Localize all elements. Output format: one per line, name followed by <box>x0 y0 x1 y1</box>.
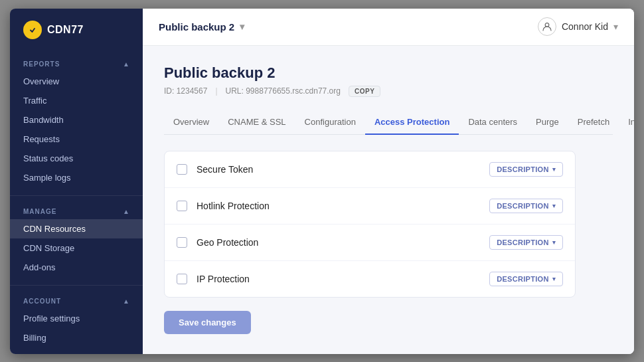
geo-description-button[interactable]: DESCRIPTION ▾ <box>489 235 563 250</box>
addons-label: Add-ons <box>23 262 55 272</box>
sidebar-item-status-codes[interactable]: Status codes <box>10 149 143 168</box>
cdn-storage-label: CDN Storage <box>23 243 74 253</box>
account-chevron-icon: ▲ <box>123 298 129 305</box>
user-name: Connor Kid <box>562 21 608 32</box>
reports-section-header[interactable]: Reports ▲ <box>10 60 143 72</box>
hotlink-description-button[interactable]: DESCRIPTION ▾ <box>489 199 563 213</box>
ip-protection-name: IP Protection <box>197 274 489 284</box>
logo-icon <box>23 21 42 39</box>
bandwidth-label: Bandwidth <box>23 115 64 125</box>
sidebar-item-cdn-storage[interactable]: CDN Storage <box>10 238 143 258</box>
sample-logs-label: Sample logs <box>23 173 71 183</box>
secure-token-description-button[interactable]: DESCRIPTION ▾ <box>489 162 563 177</box>
sidebar-item-bandwidth[interactable]: Bandwidth <box>10 110 143 130</box>
desc-chevron-icon-2: ▾ <box>552 203 556 209</box>
sidebar-logo[interactable]: CDN77 <box>10 9 143 51</box>
traffic-label: Traffic <box>23 96 46 106</box>
manage-section: Manage ▲ CDN Resources CDN Storage Add-o… <box>10 199 143 282</box>
requests-label: Requests <box>23 134 60 144</box>
manage-section-title: Manage <box>23 208 56 215</box>
sidebar-item-traffic[interactable]: Traffic <box>10 91 143 110</box>
sidebar-divider-2 <box>10 285 143 286</box>
desc-chevron-icon-3: ▾ <box>552 239 556 246</box>
resource-url: URL: 9988776655.rsc.cdn77.org <box>226 86 341 96</box>
page-title: Public backup 2 <box>164 64 613 82</box>
page-content: Public backup 2 ID: 1234567 | URL: 99887… <box>143 46 634 354</box>
desc-chevron-icon-1: ▾ <box>552 166 556 173</box>
meta-separator-1: | <box>215 86 217 96</box>
secure-token-name: Secure Token <box>197 164 489 175</box>
tab-data-centers[interactable]: Data centers <box>459 110 526 135</box>
sidebar-item-profile-settings[interactable]: Profile settings <box>10 309 143 328</box>
topbar-resource-selector[interactable]: Public backup 2 ▾ <box>159 21 244 33</box>
resource-meta: ID: 1234567 | URL: 9988776655.rsc.cdn77.… <box>164 86 613 97</box>
sidebar-item-requests[interactable]: Requests <box>10 130 143 149</box>
sidebar: CDN77 Reports ▲ Overview Traffic Bandwid… <box>10 9 143 354</box>
protection-row-geo: Geo Protection DESCRIPTION ▾ <box>165 225 575 261</box>
sidebar-item-sample-logs[interactable]: Sample logs <box>10 168 143 187</box>
logo-text: CDN77 <box>47 24 84 36</box>
protection-row-hotlink: Hotlink Protection DESCRIPTION ▾ <box>165 188 575 225</box>
tab-configuration[interactable]: Configuration <box>295 110 365 135</box>
page-tabs: Overview CNAME & SSL Configuration Acces… <box>164 110 613 135</box>
account-section-title: Account <box>23 298 61 305</box>
tab-prefetch[interactable]: Prefetch <box>568 110 619 135</box>
reports-chevron-icon: ▲ <box>123 60 129 68</box>
topbar-resource-name: Public backup 2 <box>159 21 234 33</box>
desc-chevron-icon-4: ▾ <box>552 276 556 282</box>
sidebar-item-overview[interactable]: Overview <box>10 72 143 91</box>
main-content: Public backup 2 ▾ Connor Kid ▾ Publ <box>143 9 634 354</box>
resource-id: ID: 1234567 <box>164 86 207 96</box>
reports-section-title: Reports <box>23 60 60 68</box>
logout-label: Log out <box>23 352 52 354</box>
manage-chevron-icon: ▲ <box>123 208 129 215</box>
protection-row-secure-token: Secure Token DESCRIPTION ▾ <box>165 151 575 188</box>
sidebar-item-addons[interactable]: Add-ons <box>10 258 143 277</box>
sidebar-item-billing[interactable]: Billing <box>10 328 143 347</box>
hotlink-protection-checkbox[interactable] <box>177 201 187 211</box>
tab-integration[interactable]: Integration <box>619 110 634 135</box>
sidebar-item-cdn-resources[interactable]: CDN Resources <box>10 219 143 238</box>
billing-label: Billing <box>23 333 46 343</box>
user-avatar-icon <box>538 17 556 36</box>
tab-access-protection[interactable]: Access Protection <box>365 110 459 135</box>
sidebar-item-logout[interactable]: Log out ↪ <box>10 347 143 354</box>
geo-protection-name: Geo Protection <box>197 237 489 248</box>
topbar-chevron-icon: ▾ <box>240 21 244 32</box>
copy-url-button[interactable]: COPY <box>349 86 380 97</box>
overview-label: Overview <box>23 76 59 86</box>
topbar: Public backup 2 ▾ Connor Kid ▾ <box>143 9 634 46</box>
logout-icon: ↪ <box>54 353 60 354</box>
ip-protection-checkbox[interactable] <box>177 274 187 284</box>
tab-cname-ssl[interactable]: CNAME & SSL <box>218 110 295 135</box>
manage-section-header[interactable]: Manage ▲ <box>10 208 143 219</box>
tab-overview[interactable]: Overview <box>164 110 218 135</box>
account-section-header[interactable]: Account ▲ <box>10 298 143 309</box>
hotlink-protection-name: Hotlink Protection <box>197 201 489 211</box>
save-changes-button[interactable]: Save changes <box>164 311 251 334</box>
tab-purge[interactable]: Purge <box>526 110 568 135</box>
user-chevron-icon: ▾ <box>613 21 618 32</box>
sidebar-divider-1 <box>10 195 143 196</box>
cdn-resources-label: CDN Resources <box>23 224 86 234</box>
ip-description-button[interactable]: DESCRIPTION ▾ <box>489 272 563 286</box>
geo-protection-checkbox[interactable] <box>177 237 187 248</box>
topbar-user-menu[interactable]: Connor Kid ▾ <box>538 17 618 36</box>
svg-point-0 <box>28 25 37 35</box>
protection-list: Secure Token DESCRIPTION ▾ Hotlink Prote… <box>164 151 576 298</box>
secure-token-checkbox[interactable] <box>177 164 187 175</box>
protection-row-ip: IP Protection DESCRIPTION ▾ <box>165 261 575 297</box>
status-codes-label: Status codes <box>23 153 73 163</box>
account-section: Account ▲ Profile settings Billing Log o… <box>10 288 143 354</box>
profile-settings-label: Profile settings <box>23 314 80 323</box>
reports-section: Reports ▲ Overview Traffic Bandwidth Req… <box>10 51 143 193</box>
